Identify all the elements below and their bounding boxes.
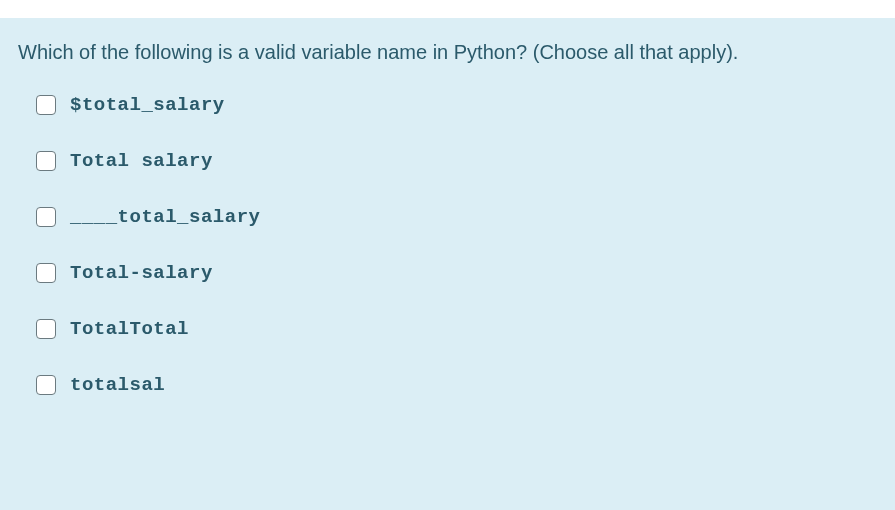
options-list: $total_salary Total salary ____total_sal…: [18, 94, 877, 396]
option-item[interactable]: TotalTotal: [36, 318, 877, 340]
option-item[interactable]: $total_salary: [36, 94, 877, 116]
option-checkbox-4[interactable]: [36, 319, 56, 339]
option-item[interactable]: totalsal: [36, 374, 877, 396]
option-item[interactable]: Total salary: [36, 150, 877, 172]
option-label: ____total_salary: [70, 206, 260, 228]
option-checkbox-2[interactable]: [36, 207, 56, 227]
option-checkbox-5[interactable]: [36, 375, 56, 395]
option-checkbox-1[interactable]: [36, 151, 56, 171]
question-text: Which of the following is a valid variab…: [18, 38, 877, 66]
option-item[interactable]: ____total_salary: [36, 206, 877, 228]
option-item[interactable]: Total-salary: [36, 262, 877, 284]
option-label: TotalTotal: [70, 318, 189, 340]
option-label: Total-salary: [70, 262, 213, 284]
option-label: $total_salary: [70, 94, 225, 116]
option-checkbox-0[interactable]: [36, 95, 56, 115]
option-label: totalsal: [70, 374, 165, 396]
option-label: Total salary: [70, 150, 213, 172]
question-container: Which of the following is a valid variab…: [0, 18, 895, 510]
option-checkbox-3[interactable]: [36, 263, 56, 283]
